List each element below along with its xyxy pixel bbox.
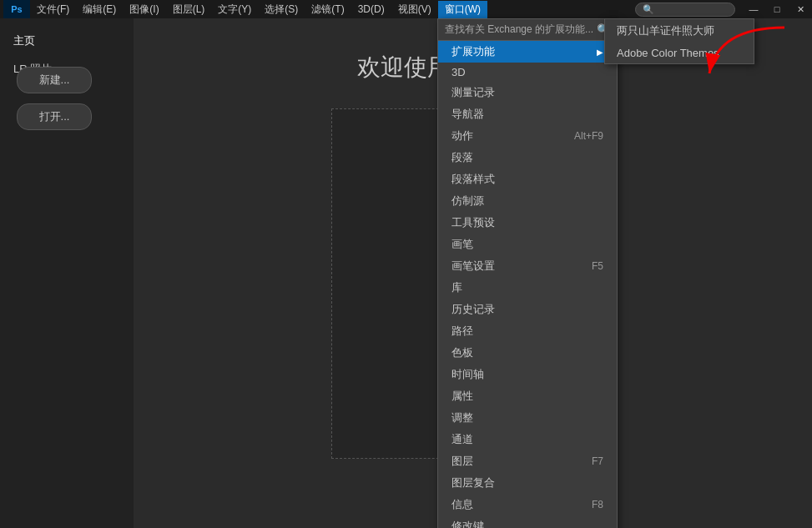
dropdown-item-library[interactable]: 库 (438, 277, 617, 299)
menu-window[interactable]: 窗口(W) (438, 1, 487, 18)
dropdown-item-path[interactable]: 路径 (438, 320, 617, 342)
dropdown-item-modifier[interactable]: 修改键 (438, 515, 617, 528)
dropdown-item-brush[interactable]: 画笔 (438, 234, 617, 255)
title-search-box[interactable]: 🔍 (635, 3, 735, 17)
extensions-submenu: 两只山羊证件照大师 Adobe Color Themes (604, 18, 754, 64)
menu-filter[interactable]: 滤镜(T) (305, 1, 351, 18)
dropdown-item-paragraph[interactable]: 段落 (438, 147, 617, 168)
ps-logo: Ps (3, 0, 30, 18)
dropdown-item-clone-source[interactable]: 仿制源 (438, 190, 617, 212)
open-button[interactable]: 打开... (17, 103, 92, 130)
menu-text[interactable]: 文字(Y) (211, 1, 258, 18)
action-buttons: 新建... 打开... (17, 67, 92, 130)
arrow-icon: ▶ (597, 48, 603, 57)
dropdown-item-timeline[interactable]: 时间轴 (438, 364, 617, 385)
menu-3d[interactable]: 3D(D) (351, 2, 391, 17)
title-bar: Ps 文件(F) 编辑(E) 图像(I) 图层(L) 文字(Y) 选择(S) 滤… (0, 0, 812, 18)
menu-view[interactable]: 视图(V) (391, 1, 438, 18)
window-dropdown: 查找有关 Exchange 的扩展功能... 🔍 扩展功能 ▶ 3D 测量记录 … (437, 18, 618, 528)
new-button[interactable]: 新建... (17, 67, 92, 93)
dropdown-item-properties[interactable]: 属性 (438, 385, 617, 407)
menu-image[interactable]: 图像(I) (123, 1, 165, 18)
dropdown-item-brush-settings[interactable]: 画笔设置 F5 (438, 255, 617, 277)
title-search-area: 🔍 (487, 3, 742, 17)
dropdown-item-action[interactable]: 动作 Alt+F9 (438, 125, 617, 147)
dropdown-search-row[interactable]: 查找有关 Exchange 的扩展功能... 🔍 (438, 19, 617, 41)
dropdown-search-text: 查找有关 Exchange 的扩展功能... (445, 23, 593, 37)
shortcut-layers: F7 (592, 455, 603, 467)
dropdown-item-tool-preset[interactable]: 工具预设 (438, 212, 617, 234)
dropdown-item-channels[interactable]: 通道 (438, 429, 617, 450)
dropdown-item-swatches[interactable]: 色板 (438, 342, 617, 364)
submenu-item-goat[interactable]: 两只山羊证件照大师 (605, 19, 754, 43)
shortcut-brush: F5 (592, 260, 603, 272)
dropdown-item-measure[interactable]: 测量记录 (438, 82, 617, 103)
shortcut-info: F8 (592, 499, 603, 510)
dropdown-item-adjustments[interactable]: 调整 (438, 407, 617, 429)
sidebar-item-home[interactable]: 主页 (0, 27, 134, 55)
sidebar: 主页 LR 照片 新建... 打开... (0, 18, 134, 528)
dropdown-item-paragraph-style[interactable]: 段落样式 (438, 168, 617, 190)
window-controls: — □ ✕ (742, 0, 812, 18)
menu-file[interactable]: 文件(F) (30, 1, 76, 18)
dropdown-item-navigator[interactable]: 导航器 (438, 103, 617, 125)
dropdown-item-layer-comp[interactable]: 图层复合 (438, 472, 617, 494)
menu-layer[interactable]: 图层(L) (166, 1, 212, 18)
dropdown-item-extensions[interactable]: 扩展功能 ▶ (438, 41, 617, 63)
dropdown-item-history[interactable]: 历史记录 (438, 299, 617, 320)
minimize-button[interactable]: — (742, 0, 765, 18)
maximize-button[interactable]: □ (765, 0, 789, 18)
dropdown-item-layers[interactable]: 图层 F7 (438, 450, 617, 472)
app-body: 主页 LR 照片 新建... 打开... 欢迎使用 Photo到您。 或从您的图 (0, 18, 812, 528)
dropdown-item-info[interactable]: 信息 F8 (438, 494, 617, 515)
submenu-item-adobe-color[interactable]: Adobe Color Themes (605, 43, 754, 63)
menu-bar: 文件(F) 编辑(E) 图像(I) 图层(L) 文字(Y) 选择(S) 滤镜(T… (30, 1, 487, 18)
close-button[interactable]: ✕ (789, 0, 812, 18)
dropdown-item-3d[interactable]: 3D (438, 63, 617, 82)
shortcut-action: Alt+F9 (574, 130, 603, 142)
menu-edit[interactable]: 编辑(E) (76, 1, 123, 18)
menu-select[interactable]: 选择(S) (258, 1, 305, 18)
search-icon: 🔍 (643, 4, 654, 15)
